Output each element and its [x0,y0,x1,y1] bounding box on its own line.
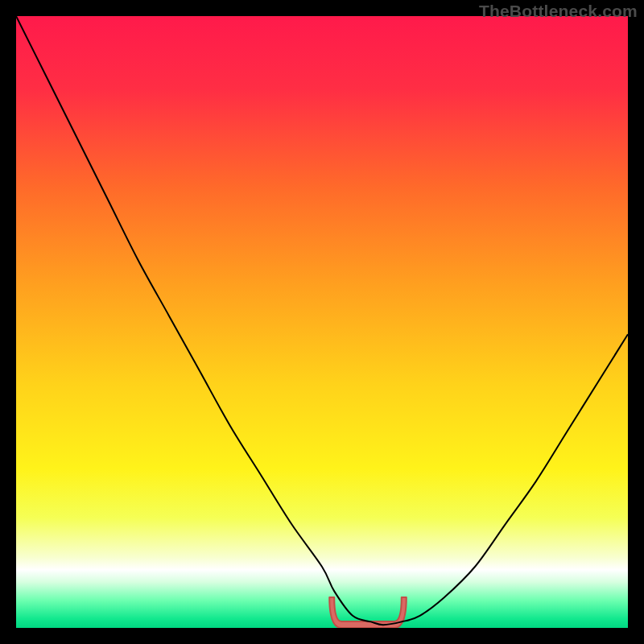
gradient-background [16,16,628,628]
plot-area [16,16,628,628]
watermark-text: TheBottleneck.com [479,2,638,21]
bottleneck-chart [16,16,628,628]
chart-frame: TheBottleneck.com [0,0,644,644]
